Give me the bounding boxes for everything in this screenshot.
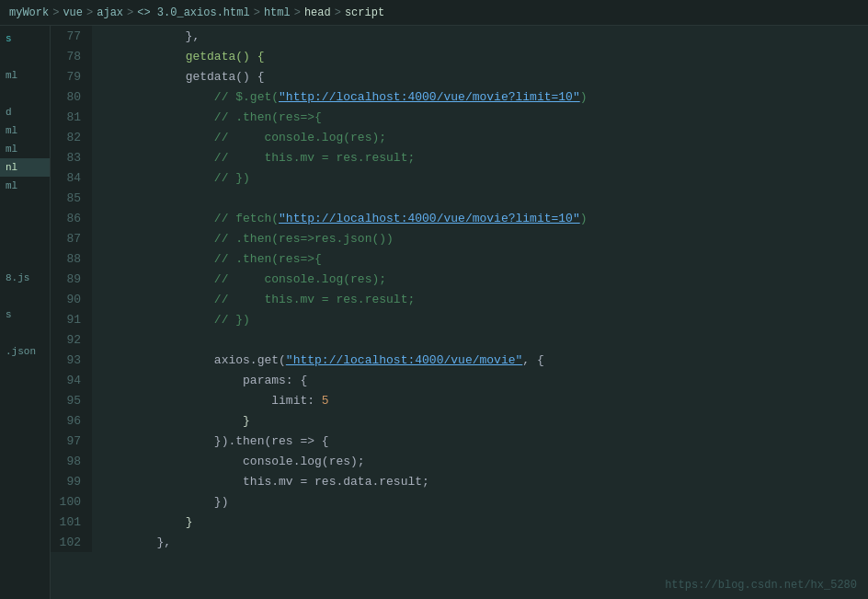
sidebar-item-14[interactable]	[0, 287, 50, 305]
line-content: }	[92, 410, 868, 431]
table-row: 77 },	[51, 26, 868, 46]
code-table: 77 },78 getdata() {79 getdata() {80 // $…	[51, 26, 868, 552]
line-number: 95	[51, 390, 92, 410]
tab-segment-file[interactable]: <> 3.0_axios.html	[137, 6, 249, 19]
line-content	[92, 329, 868, 350]
sidebar-item-2[interactable]: ml	[0, 66, 50, 85]
line-number: 80	[51, 86, 92, 107]
code-token: // console.log(res);	[214, 272, 386, 286]
line-content: }).then(res => {	[92, 431, 868, 451]
line-number: 102	[51, 532, 92, 552]
line-content: // console.log(res);	[92, 127, 868, 147]
sidebar-item-0[interactable]: s	[0, 29, 50, 48]
sidebar-item-11[interactable]	[0, 232, 50, 250]
sidebar: s ml d ml ml nl ml 8.js s .json	[0, 26, 51, 599]
line-number: 97	[51, 431, 92, 451]
line-content: // .then(res=>{	[92, 107, 868, 127]
table-row: 91 // })	[51, 309, 868, 329]
sidebar-item-9[interactable]	[0, 195, 50, 213]
sep5: >	[294, 6, 301, 19]
code-token: // $.get(	[214, 90, 279, 104]
code-token: "http://localhost:4000/vue/movie?limit=1…	[279, 90, 580, 104]
code-token: )	[580, 90, 588, 104]
sidebar-item-5[interactable]: ml	[0, 121, 50, 140]
line-content: // $.get("http://localhost:4000/vue/movi…	[92, 86, 868, 107]
code-token	[99, 374, 243, 387]
sidebar-item-3[interactable]	[0, 85, 50, 103]
sidebar-item-12[interactable]	[0, 250, 50, 269]
line-content: }	[92, 512, 868, 532]
table-row: 92	[51, 329, 868, 350]
table-row: 95 limit: 5	[51, 390, 868, 410]
sidebar-item-8[interactable]: ml	[0, 177, 50, 195]
line-content	[92, 188, 868, 208]
code-token	[99, 394, 271, 408]
sep1: >	[52, 6, 59, 19]
sidebar-item-10[interactable]	[0, 213, 50, 232]
code-token	[99, 515, 186, 529]
tab-segment-ajax[interactable]: ajax	[97, 6, 123, 19]
table-row: 87 // .then(res=>res.json())	[51, 228, 868, 248]
table-row: 84 // })	[51, 167, 868, 188]
sidebar-item-13[interactable]: 8.js	[0, 269, 50, 287]
code-token: // this.mv = res.result;	[214, 293, 415, 306]
line-number: 100	[51, 491, 92, 512]
line-content: params: {	[92, 370, 868, 390]
code-token: // .then(res=>res.json())	[214, 232, 394, 246]
table-row: 100 })	[51, 491, 868, 512]
code-token: "http://localhost:4000/vue/movie"	[286, 353, 522, 367]
line-number: 93	[51, 350, 92, 370]
sidebar-item-1[interactable]	[0, 48, 50, 66]
table-row: 79 getdata() {	[51, 66, 868, 86]
code-token	[99, 353, 214, 367]
code-token: // .then(res=>{	[214, 110, 322, 124]
code-token: })	[214, 495, 229, 509]
code-token	[99, 495, 214, 509]
line-content: })	[92, 491, 868, 512]
table-row: 86 // fetch("http://localhost:4000/vue/m…	[51, 208, 868, 228]
line-number: 99	[51, 471, 92, 491]
line-number: 86	[51, 208, 92, 228]
code-area: 77 },78 getdata() {79 getdata() {80 // $…	[51, 26, 868, 599]
sep3: >	[127, 6, 133, 19]
sidebar-item-4[interactable]: d	[0, 103, 50, 121]
watermark: https://blog.csdn.net/hx_5280	[665, 579, 857, 592]
main-layout: s ml d ml ml nl ml 8.js s .json 77 },78 …	[0, 26, 868, 599]
code-token	[99, 70, 186, 84]
line-content: },	[92, 26, 868, 46]
line-content: // .then(res=>res.json())	[92, 228, 868, 248]
line-content: },	[92, 532, 868, 552]
code-token: // })	[214, 313, 250, 327]
sidebar-item-7[interactable]: nl	[0, 158, 50, 177]
code-token: this.mv = res.data.result;	[243, 475, 429, 489]
code-token: getdata() {	[186, 50, 265, 63]
sidebar-item-6[interactable]: ml	[0, 140, 50, 158]
code-token	[99, 50, 186, 63]
table-row: 82 // console.log(res);	[51, 127, 868, 147]
line-number: 98	[51, 451, 92, 471]
sidebar-item-15[interactable]: s	[0, 305, 50, 324]
line-content: // })	[92, 309, 868, 329]
line-number: 101	[51, 512, 92, 532]
code-token	[99, 171, 214, 185]
line-number: 89	[51, 269, 92, 289]
code-token: // this.mv = res.result;	[214, 151, 415, 165]
line-number: 90	[51, 289, 92, 309]
tab-segment-mywork[interactable]: myWork	[9, 6, 49, 19]
sidebar-item-16[interactable]	[0, 324, 50, 342]
code-token	[99, 232, 214, 246]
code-token	[99, 90, 214, 104]
tab-segment-vue[interactable]: vue	[63, 6, 83, 19]
table-row: 101 }	[51, 512, 868, 532]
sidebar-item-17[interactable]: .json	[0, 342, 50, 361]
code-token	[99, 434, 214, 448]
tab-segment-html[interactable]: html	[264, 6, 291, 19]
line-content: // })	[92, 167, 868, 188]
line-content: // fetch("http://localhost:4000/vue/movi…	[92, 208, 868, 228]
table-row: 85	[51, 188, 868, 208]
code-token	[99, 131, 214, 144]
table-row: 93 axios.get("http://localhost:4000/vue/…	[51, 350, 868, 370]
tab-segment-script[interactable]: script	[345, 6, 384, 19]
table-row: 81 // .then(res=>{	[51, 107, 868, 127]
tab-segment-head[interactable]: head	[304, 6, 331, 19]
